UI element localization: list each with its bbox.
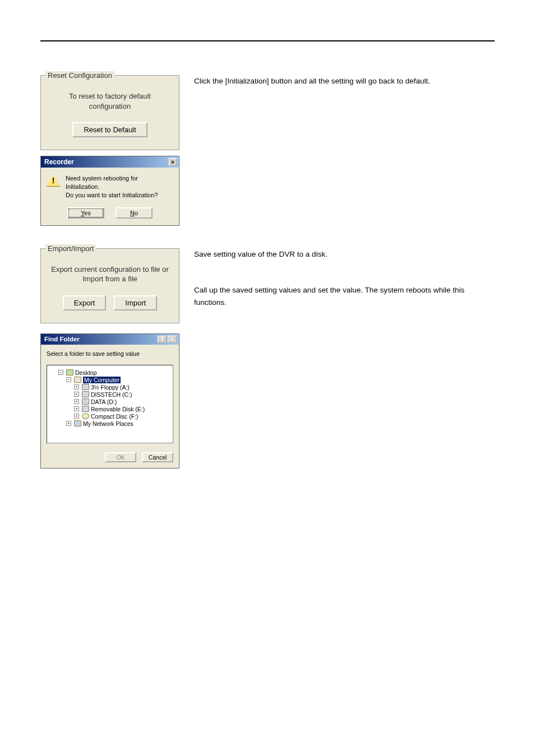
node-desktop[interactable]: Desktop: [75, 369, 97, 376]
node-disstech[interactable]: DISSTECH (C:): [91, 391, 132, 398]
computer-icon: [74, 377, 81, 383]
expander-icon[interactable]: −: [58, 370, 63, 375]
close-icon[interactable]: ×: [168, 336, 177, 343]
node-floppy[interactable]: 3½ Floppy (A:): [91, 384, 130, 391]
expander-icon[interactable]: +: [74, 384, 79, 389]
no-button[interactable]: No: [116, 207, 153, 219]
emport-import-text: Export current configuration to file or …: [51, 265, 169, 284]
desktop-icon: [66, 369, 73, 375]
reset-to-default-button[interactable]: Reset to Default: [72, 122, 147, 137]
node-cd[interactable]: Compact Disc (F:): [91, 413, 139, 420]
node-my-computer[interactable]: My Computer: [83, 377, 121, 383]
msgbox-line2: Do you want to start Initialization?: [66, 191, 173, 200]
network-icon: [74, 420, 81, 426]
expander-icon[interactable]: +: [66, 421, 71, 426]
yes-button[interactable]: Yes: [67, 207, 104, 219]
reset-config-groupbox: Reset Configuration To reset to factory …: [40, 75, 179, 150]
drive-icon: [82, 391, 89, 397]
expander-icon[interactable]: +: [74, 414, 79, 419]
expander-icon[interactable]: +: [74, 392, 79, 397]
cancel-button[interactable]: Cancel: [142, 452, 173, 462]
export-button[interactable]: Export: [63, 295, 107, 310]
expander-icon[interactable]: −: [66, 377, 71, 382]
msgbox-line1: Need system rebooting for Initialization…: [66, 174, 173, 191]
node-removable[interactable]: Removable Disk (E:): [91, 406, 145, 412]
recorder-msgbox: Recorder × Need system rebooting for Ini…: [40, 156, 179, 226]
expander-icon[interactable]: +: [74, 406, 79, 411]
warning-icon: [47, 174, 60, 187]
drive-icon: [82, 398, 89, 405]
find-folder-titlebar[interactable]: Find Folder ? ×: [41, 334, 179, 345]
reset-group-title: Reset Configuration: [45, 71, 114, 80]
floppy-icon: [82, 384, 89, 390]
drive-icon: [82, 406, 89, 412]
find-folder-dialog: Find Folder ? × Select a folder to save …: [40, 333, 179, 469]
reset-description: Click the [Initialization] button and al…: [194, 75, 495, 87]
export-import-groupbox: Emport/Import Export current configurati…: [40, 248, 179, 323]
msgbox-title: Recorder: [44, 158, 74, 166]
export-desc1: Save setting value of the DVR to a disk.: [194, 248, 495, 261]
help-icon[interactable]: ?: [158, 336, 167, 343]
ok-button[interactable]: OK: [105, 452, 136, 462]
top-rule: [40, 40, 495, 41]
find-folder-title: Find Folder: [44, 336, 80, 342]
msgbox-titlebar[interactable]: Recorder ×: [41, 156, 179, 168]
node-network[interactable]: My Network Places: [83, 420, 133, 427]
folder-tree[interactable]: −Desktop −My Computer +3½ Floppy (A:) +D…: [47, 365, 173, 443]
close-icon[interactable]: ×: [169, 158, 177, 166]
find-folder-prompt: Select a folder to save setting value: [47, 350, 173, 357]
expander-icon[interactable]: +: [74, 399, 79, 404]
emport-import-title: Emport/Import: [45, 244, 96, 253]
reset-group-text: To reset to factory default configuratio…: [51, 91, 169, 111]
import-button[interactable]: Import: [114, 295, 157, 310]
node-data[interactable]: DATA (D:): [91, 398, 117, 405]
cd-icon: [82, 413, 89, 419]
export-desc2: Call up the saved setting values and set…: [194, 284, 495, 308]
